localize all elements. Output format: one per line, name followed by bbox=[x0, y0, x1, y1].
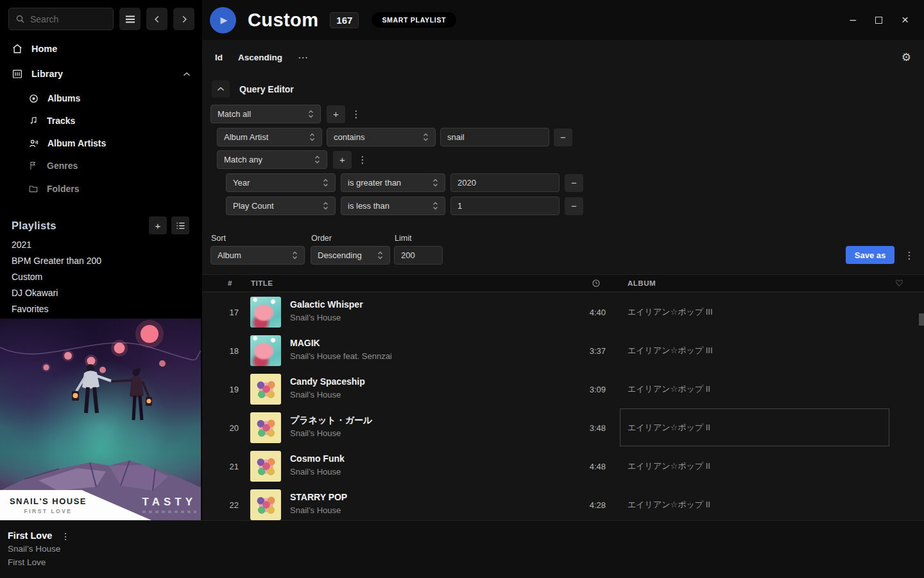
save-as-button[interactable]: Save as bbox=[846, 246, 894, 264]
library-icon bbox=[12, 68, 23, 80]
sidebar-item-library[interactable]: Library bbox=[0, 64, 202, 84]
rule-field-select[interactable]: Play Count bbox=[226, 197, 336, 215]
rule-operator-select[interactable]: contains bbox=[327, 128, 436, 146]
playlist-list-button[interactable] bbox=[171, 216, 189, 234]
table-row[interactable]: 21 Cosmo Funk Snail’s House 4:48 エイリアン☆ポ… bbox=[202, 447, 924, 486]
minimize-button[interactable]: – bbox=[850, 13, 855, 26]
limit-input[interactable] bbox=[394, 246, 443, 265]
rule-group-menu-button[interactable]: ⋮ bbox=[357, 154, 368, 166]
track-title[interactable]: プラネット・ガール bbox=[290, 414, 372, 427]
track-count-badge: 167 bbox=[330, 12, 359, 28]
query-editor-collapse-button[interactable] bbox=[212, 80, 230, 98]
match-type-select[interactable]: Match all bbox=[210, 105, 321, 123]
chevron-left-icon bbox=[153, 15, 162, 24]
playlist-item[interactable]: DJ Okawari bbox=[12, 285, 196, 301]
sidebar-item-tracks[interactable]: Tracks bbox=[0, 110, 202, 131]
cover-banner-album: FIRST LOVE bbox=[0, 508, 96, 514]
track-artist[interactable]: Snail’s House bbox=[290, 427, 372, 440]
track-title[interactable]: Galactic Whisper bbox=[290, 298, 363, 311]
column-title[interactable]: TITLE bbox=[251, 279, 273, 287]
track-artist[interactable]: Snail’s House bbox=[290, 311, 363, 324]
playlist-item[interactable]: BPM Greater than 200 bbox=[12, 253, 196, 269]
playlist-item[interactable]: Favorites bbox=[12, 301, 196, 317]
table-row[interactable]: 17 Galactic Whisper Snail’s House 4:40 エ… bbox=[202, 293, 924, 331]
track-artist[interactable]: Snail’s House bbox=[290, 389, 365, 401]
rule-field-select[interactable]: Year bbox=[226, 173, 336, 192]
add-rule-button[interactable]: + bbox=[333, 151, 352, 169]
menu-button[interactable] bbox=[119, 8, 141, 30]
play-playlist-button[interactable]: ▶ bbox=[210, 7, 236, 33]
more-options-button[interactable]: ⋯ bbox=[298, 51, 308, 64]
sort-order-button[interactable]: Ascending bbox=[238, 53, 282, 62]
rule-value-input[interactable] bbox=[440, 128, 549, 146]
playlist-item[interactable]: 2021 bbox=[12, 237, 196, 253]
close-button[interactable]: × bbox=[902, 13, 909, 27]
sort-select[interactable]: Album bbox=[210, 246, 305, 265]
updown-chevron-icon bbox=[314, 155, 320, 164]
column-index[interactable]: # bbox=[228, 279, 232, 287]
updown-chevron-icon bbox=[323, 202, 329, 210]
rule-operator-select[interactable]: is less than bbox=[341, 197, 445, 215]
track-artist[interactable]: Snail’s House feat. Sennzai bbox=[290, 350, 392, 363]
remove-rule-button[interactable]: − bbox=[565, 174, 583, 192]
table-row[interactable]: 22 STARRY POP Snail’s House 4:28 エイリアン☆ポ… bbox=[202, 486, 924, 520]
track-title[interactable]: STARRY POP bbox=[290, 491, 347, 504]
now-playing-artwork[interactable]: SNAIL'S HOUSE FIRST LOVE TASTY bbox=[0, 319, 201, 520]
track-title[interactable]: Cosmo Funk bbox=[290, 452, 345, 466]
sidebar-item-home[interactable]: Home bbox=[0, 39, 202, 59]
rule-group-menu-button[interactable]: ⋮ bbox=[351, 109, 361, 120]
track-album[interactable]: エイリアン☆ポップ II bbox=[628, 460, 710, 472]
sort-field-button[interactable]: Id bbox=[215, 53, 223, 62]
save-menu-button[interactable]: ⋮ bbox=[904, 250, 914, 261]
track-artist[interactable]: Snail’s House bbox=[290, 504, 347, 517]
rule-value-input[interactable] bbox=[450, 173, 560, 192]
maximize-icon bbox=[875, 17, 882, 24]
updown-chevron-icon bbox=[323, 179, 329, 187]
table-row[interactable]: 20 プラネット・ガール Snail’s House 3:48 エイリアン☆ポッ… bbox=[202, 408, 924, 447]
duration-clock-icon[interactable] bbox=[592, 279, 601, 288]
match-type-select[interactable]: Match any bbox=[217, 150, 327, 169]
track-artwork bbox=[250, 412, 281, 443]
sidebar-item-album-artists[interactable]: Album Artists bbox=[0, 133, 202, 153]
sidebar-item-albums[interactable]: Albums bbox=[0, 88, 202, 109]
rule-value-input[interactable] bbox=[450, 197, 560, 215]
table-row[interactable]: 18 MAGIK Snail’s House feat. Sennzai 3:3… bbox=[202, 331, 924, 370]
track-artist[interactable]: Snail’s House bbox=[290, 466, 345, 478]
track-album[interactable]: エイリアン☆ポップ II bbox=[628, 499, 710, 511]
now-playing-artist[interactable]: Snail’s House bbox=[8, 543, 70, 556]
playlist-item[interactable]: Custom bbox=[12, 269, 196, 285]
remove-rule-button[interactable]: − bbox=[554, 128, 572, 146]
rule-operator-select[interactable]: is greater than bbox=[341, 173, 445, 192]
settings-gear-icon[interactable]: ⚙ bbox=[902, 51, 911, 64]
track-index: 17 bbox=[202, 308, 239, 317]
sidebar-item-genres[interactable]: Genres bbox=[0, 155, 202, 176]
track-album[interactable]: エイリアン☆ポップ III bbox=[628, 306, 713, 318]
now-playing-menu-button[interactable]: ⋮ bbox=[61, 531, 70, 541]
add-rule-button[interactable]: + bbox=[327, 105, 345, 123]
track-title[interactable]: MAGIK bbox=[290, 337, 392, 350]
collapse-library-button[interactable] bbox=[183, 72, 191, 76]
nav-forward-button[interactable] bbox=[173, 8, 194, 30]
add-playlist-button[interactable]: + bbox=[149, 216, 167, 234]
query-group-match-row: Match any + ⋮ bbox=[217, 150, 368, 169]
search-box[interactable] bbox=[8, 8, 114, 30]
favorite-column-icon[interactable]: ♡ bbox=[895, 278, 903, 288]
track-title[interactable]: Candy Spaceship bbox=[290, 375, 365, 389]
select-value: is less than bbox=[348, 201, 389, 211]
now-playing-album[interactable]: First Love bbox=[8, 556, 70, 570]
column-album[interactable]: ALBUM bbox=[628, 279, 656, 287]
table-row[interactable]: 19 Candy Spaceship Snail’s House 3:09 エイ… bbox=[202, 370, 924, 408]
track-album[interactable]: エイリアン☆ポップ III bbox=[628, 345, 713, 356]
scrollbar-thumb[interactable] bbox=[919, 313, 924, 326]
now-playing-title[interactable]: First Love bbox=[8, 529, 52, 543]
search-input[interactable] bbox=[30, 14, 102, 24]
folder-icon bbox=[28, 184, 38, 194]
maximize-button[interactable] bbox=[875, 17, 882, 24]
nav-back-button[interactable] bbox=[146, 8, 167, 30]
remove-rule-button[interactable]: − bbox=[565, 197, 583, 215]
home-icon bbox=[12, 43, 23, 55]
rule-field-select[interactable]: Album Artist bbox=[217, 128, 322, 146]
order-select[interactable]: Descending bbox=[311, 246, 390, 265]
sidebar-item-folders[interactable]: Folders bbox=[0, 179, 202, 199]
track-album[interactable]: エイリアン☆ポップ II bbox=[628, 383, 710, 395]
